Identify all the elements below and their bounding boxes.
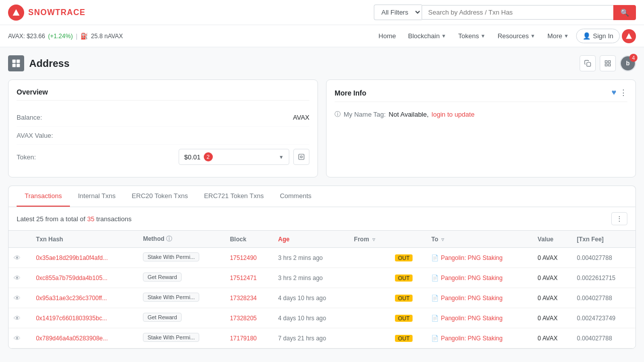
help-icon: ⓘ [335, 110, 341, 119]
eye-icon[interactable]: 👁 [14, 294, 21, 302]
search-input[interactable] [422, 5, 613, 20]
col-from: From ▿ [349, 231, 390, 248]
token-info-button[interactable] [293, 149, 309, 165]
fee-text: 0.004027788 [577, 335, 612, 342]
eye-icon[interactable]: 👁 [14, 254, 21, 262]
block-link[interactable]: 17328234 [230, 295, 257, 302]
from-filter-icon[interactable]: ▿ [372, 236, 375, 242]
direction-cell: OUT [390, 288, 426, 308]
method-cell: Get Reward [138, 308, 225, 328]
fee-cell: 0.0024723749 [572, 308, 635, 328]
age-text: 4 days 10 hrs ago [278, 315, 326, 322]
notification-badge: 4 [629, 54, 637, 62]
more-info-actions: ♥ ⋮ [612, 88, 628, 98]
eye-icon[interactable]: 👁 [14, 334, 21, 342]
to-cell: 📄 Pangolin: PNG Staking [426, 328, 532, 348]
nav-home[interactable]: Home [373, 29, 401, 43]
to-link[interactable]: 📄 Pangolin: PNG Staking [431, 295, 527, 302]
eye-cell: 👁 [9, 268, 31, 288]
header-nav: AVAX: $23.66 (+1.24%) | ⛽ 25.8 nAVAX Hom… [0, 25, 644, 47]
to-link[interactable]: 📄 Pangolin: PNG Staking [431, 315, 527, 322]
value-text: 0 AVAX [538, 315, 558, 322]
age-text: 3 hrs 2 mins ago [278, 254, 323, 261]
filter-select[interactable]: All Filters [374, 5, 422, 20]
block-cell: 17179180 [225, 328, 273, 348]
txn-hash-link[interactable]: 0x35ae18d299b1a0f4afd... [36, 254, 108, 261]
page-heading: Address [29, 58, 69, 69]
age-cell: 7 days 21 hrs ago [273, 328, 349, 348]
method-badge: Stake With Permi... [143, 252, 199, 261]
balance-row: Balance: AVAX [17, 109, 309, 127]
eye-icon[interactable]: 👁 [14, 314, 21, 322]
nav-resources[interactable]: Resources ▼ [493, 29, 540, 43]
more-options-button[interactable]: ⋮ [619, 88, 627, 98]
gas-icon: ⛽ [80, 33, 88, 40]
txn-hash-link[interactable]: 0x14197c6601803935bc... [36, 315, 107, 322]
block-link[interactable]: 17328205 [230, 315, 257, 322]
col-txn-hash: Txn Hash [31, 231, 138, 248]
copy-button[interactable] [580, 55, 596, 71]
notification-button[interactable]: b 4 [620, 55, 636, 71]
login-link[interactable]: login to update [432, 111, 474, 118]
method-badge: Stake With Permi... [143, 293, 199, 302]
overview-title: Overview [17, 88, 309, 101]
txn-hash-link[interactable]: 0xc855a7b759dda4b105... [36, 275, 107, 282]
txn-hash-link[interactable]: 0x789d46a4a05283908e... [36, 335, 108, 342]
fee-text: 0.0024723749 [577, 315, 615, 322]
txn-hash-link[interactable]: 0x95a31ae3c236c3700ff... [36, 295, 107, 302]
nav-blockchain[interactable]: Blockchain ▼ [403, 29, 451, 43]
txn-count-text: Latest 25 from a total of 35 transaction… [17, 215, 131, 223]
tab-transactions[interactable]: Transactions [17, 186, 70, 207]
logo-area: SNOWTRACE [8, 5, 86, 21]
header-top: SNOWTRACE All Filters 🔍 [0, 0, 644, 25]
direction-cell: OUT [390, 328, 426, 348]
document-icon: 📄 [431, 335, 439, 342]
token-dropdown-chevron-icon: ▼ [279, 154, 284, 160]
to-link[interactable]: 📄 Pangolin: PNG Staking [431, 335, 527, 342]
txn-options-button[interactable]: ⋮ [611, 212, 627, 225]
block-link[interactable]: 17512490 [230, 254, 257, 261]
hash-cell: 0x14197c6601803935bc... [31, 308, 138, 328]
table-row: 👁 0x95a31ae3c236c3700ff... Stake With Pe… [9, 288, 635, 308]
age-cell: 3 hrs 2 mins ago [273, 248, 349, 268]
eye-icon[interactable]: 👁 [14, 274, 21, 282]
document-icon: 📄 [431, 295, 439, 302]
user-avatar[interactable] [622, 29, 636, 43]
search-button[interactable]: 🔍 [613, 5, 636, 20]
nav-tokens[interactable]: Tokens ▼ [453, 29, 491, 43]
svg-rect-11 [299, 154, 304, 160]
table-header-row: Txn Hash Method ⓘ Block Age From ▿ [9, 231, 635, 248]
direction-badge: OUT [395, 335, 413, 342]
tab-comments[interactable]: Comments [272, 186, 319, 207]
to-link[interactable]: 📄 Pangolin: PNG Staking [431, 254, 527, 261]
tab-internal-txns[interactable]: Internal Txns [70, 186, 124, 207]
tab-erc721-token-txns[interactable]: ERC721 Token Txns [196, 186, 272, 207]
block-link[interactable]: 17179180 [230, 335, 257, 342]
more-chevron-icon: ▼ [564, 33, 569, 39]
nav-more[interactable]: More ▼ [542, 29, 574, 43]
tab-erc20-token-txns[interactable]: ERC20 Token Txns [124, 186, 196, 207]
block-link[interactable]: 17512471 [230, 275, 257, 282]
avax-value-row: AVAX Value: [17, 127, 309, 145]
token-dropdown[interactable]: $0.01 2 ▼ [179, 149, 289, 165]
to-filter-icon[interactable]: ▿ [441, 236, 444, 242]
method-badge: Stake With Permi... [143, 333, 199, 342]
more-info-card: More Info ♥ ⋮ ⓘ My Name Tag: Not Availab… [326, 79, 636, 177]
eye-cell: 👁 [9, 308, 31, 328]
txn-total-link[interactable]: 35 [87, 215, 94, 223]
sign-in-button[interactable]: 👤 Sign In [576, 29, 620, 43]
to-link[interactable]: 📄 Pangolin: PNG Staking [431, 275, 527, 282]
divider: | [76, 33, 77, 40]
avax-value-label: AVAX Value: [17, 132, 53, 139]
svg-rect-4 [13, 64, 16, 67]
name-tag-row: ⓘ My Name Tag: Not Available, login to u… [335, 106, 627, 123]
direction-badge: OUT [395, 295, 413, 302]
token-select-wrap: $0.01 2 ▼ [179, 149, 309, 165]
method-badge: Get Reward [143, 313, 182, 322]
svg-marker-1 [626, 33, 632, 39]
grid-view-button[interactable] [600, 55, 616, 71]
age-cell: 4 days 10 hrs ago [273, 308, 349, 328]
balance-label: Balance: [17, 114, 42, 121]
method-cell: Stake With Permi... [138, 248, 225, 268]
favorite-button[interactable]: ♥ [612, 88, 617, 98]
